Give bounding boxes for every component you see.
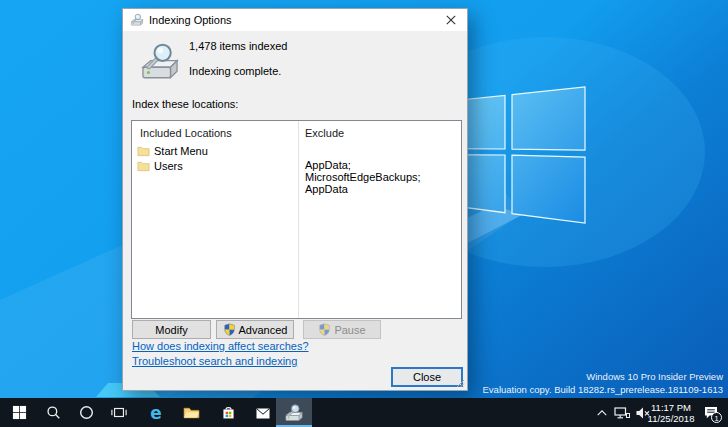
tray-time: 11:17 PM [651,402,691,413]
file-explorer-button[interactable] [178,398,204,427]
notification-badge[interactable]: 1 [711,412,722,423]
tray-clock[interactable]: 11:17 PM 11/25/2018 [645,398,697,427]
watermark-line1: Windows 10 Pro Insider Preview [483,371,723,384]
store-icon [221,405,236,421]
start-icon [12,405,27,420]
evaluation-watermark: Windows 10 Pro Insider Preview Evaluatio… [483,371,723,396]
advanced-button[interactable]: Advanced [216,320,294,339]
taskbar-search-button[interactable] [40,398,66,427]
locations-label: Index these locations: [132,98,238,110]
uac-shield-icon [318,323,331,336]
location-exclude: AppData; MicrosoftEdgeBackups; AppData [305,159,461,195]
pause-label: Pause [334,324,365,336]
modify-label: Modify [155,324,187,336]
folder-icon [137,145,150,157]
tray-date: 11/25/2018 [648,413,695,424]
screen: Windows 10 Pro Insider Preview Evaluatio… [0,0,728,427]
uac-shield-icon [223,323,236,336]
cortana-icon [79,405,94,420]
tray-chevron-button[interactable] [594,398,610,427]
advanced-label: Advanced [239,324,288,336]
taskbar-indexing-options-button[interactable] [276,398,312,427]
task-view-icon [111,405,127,420]
watermark-line2: Evaluation copy. Build 18282.rs_prerelea… [483,384,723,397]
mail-button[interactable] [250,398,276,427]
locations-list: Included Locations Exclude Start Menu Us… [131,120,462,319]
network-icon [614,406,630,420]
close-label: Close [413,371,441,383]
close-icon[interactable] [435,9,467,31]
modify-button[interactable]: Modify [132,320,211,339]
dialog-title: Indexing Options [149,14,232,26]
indexing-status-icon [139,41,181,83]
resize-grip[interactable] [455,378,465,388]
indexing-status-text: Indexing complete. [189,65,281,77]
list-row[interactable]: Users AppData; MicrosoftEdgeBackups; App… [132,158,461,173]
svg-text:e: e [150,404,161,422]
search-icon [46,405,61,420]
dialog-titlebar[interactable]: Indexing Options [123,9,467,31]
location-name: Users [154,160,183,172]
indexing-options-icon [130,13,144,27]
troubleshoot-link[interactable]: Troubleshoot search and indexing [132,355,297,367]
exclude-header[interactable]: Exclude [305,127,344,139]
mail-icon [255,406,271,420]
list-row[interactable]: Start Menu [132,143,461,158]
pause-button[interactable]: Pause [303,320,381,339]
chevron-up-icon [596,407,608,419]
indexing-options-dialog: Indexing Options 1,478 items indexed Ind… [122,8,468,391]
included-locations-header[interactable]: Included Locations [140,127,232,139]
file-explorer-icon [183,405,200,420]
taskbar: e [0,398,728,427]
indexing-options-icon [284,403,304,423]
edge-button[interactable]: e [143,398,169,427]
edge-icon: e [147,404,165,422]
cortana-button[interactable] [73,398,99,427]
folder-icon [137,160,150,172]
start-button[interactable] [6,398,32,427]
close-button[interactable]: Close [391,367,463,387]
items-indexed-text: 1,478 items indexed [189,40,287,52]
indexing-affect-link[interactable]: How does indexing affect searches? [132,340,309,352]
location-name: Start Menu [154,145,208,157]
store-button[interactable] [215,398,241,427]
task-view-button[interactable] [106,398,132,427]
network-tray-button[interactable] [612,398,632,427]
